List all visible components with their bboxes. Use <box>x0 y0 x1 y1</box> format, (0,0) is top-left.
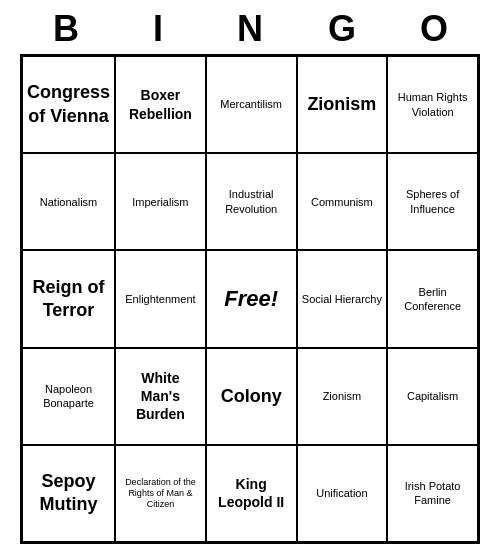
bingo-cell-22[interactable]: King Leopold II <box>206 445 297 542</box>
bingo-cell-7[interactable]: Industrial Revolution <box>206 153 297 250</box>
bingo-cell-17[interactable]: Colony <box>206 348 297 445</box>
bingo-cell-16[interactable]: White Man's Burden <box>115 348 206 445</box>
letter-i: I <box>114 8 202 50</box>
bingo-cell-21[interactable]: Declaration of the Rights of Man & Citiz… <box>115 445 206 542</box>
bingo-cell-11[interactable]: Enlightenment <box>115 250 206 347</box>
bingo-header: B I N G O <box>20 0 480 54</box>
letter-o: O <box>390 8 478 50</box>
letter-b: B <box>22 8 110 50</box>
bingo-cell-0[interactable]: Congress of Vienna <box>22 56 115 153</box>
letter-g: G <box>298 8 386 50</box>
bingo-cell-14[interactable]: Berlin Conference <box>387 250 478 347</box>
bingo-cell-13[interactable]: Social Hierarchy <box>297 250 388 347</box>
bingo-cell-19[interactable]: Capitalism <box>387 348 478 445</box>
bingo-cell-5[interactable]: Nationalism <box>22 153 115 250</box>
bingo-cell-1[interactable]: Boxer Rebellion <box>115 56 206 153</box>
bingo-cell-2[interactable]: Mercantilism <box>206 56 297 153</box>
bingo-cell-20[interactable]: Sepoy Mutiny <box>22 445 115 542</box>
bingo-cell-23[interactable]: Unification <box>297 445 388 542</box>
bingo-cell-4[interactable]: Human Rights Violation <box>387 56 478 153</box>
bingo-cell-6[interactable]: Imperialism <box>115 153 206 250</box>
bingo-cell-8[interactable]: Communism <box>297 153 388 250</box>
bingo-cell-15[interactable]: Napoleon Bonaparte <box>22 348 115 445</box>
bingo-cell-18[interactable]: Zionism <box>297 348 388 445</box>
bingo-cell-24[interactable]: Irish Potato Famine <box>387 445 478 542</box>
letter-n: N <box>206 8 294 50</box>
bingo-grid: Congress of ViennaBoxer RebellionMercant… <box>20 54 480 544</box>
bingo-cell-12[interactable]: Free! <box>206 250 297 347</box>
bingo-cell-10[interactable]: Reign of Terror <box>22 250 115 347</box>
bingo-cell-3[interactable]: Zionism <box>297 56 388 153</box>
bingo-cell-9[interactable]: Spheres of Influence <box>387 153 478 250</box>
